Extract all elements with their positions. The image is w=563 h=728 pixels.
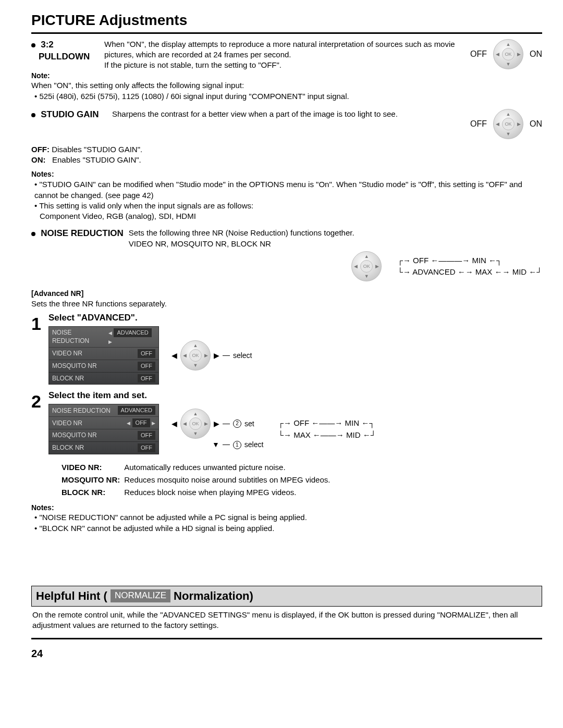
studio-on-desc: Enables "STUDIO GAIN". bbox=[52, 155, 141, 164]
pulldown-off-label: OFF bbox=[470, 48, 487, 60]
pulldown-note-1: When "ON", this setting only affects the… bbox=[31, 80, 542, 91]
step-1-number: 1 bbox=[31, 312, 41, 336]
hint-body: On the remote control unit, while the "A… bbox=[31, 607, 542, 640]
pulldown-note-2: 525i (480i), 625i (575i), 1125 (1080) / … bbox=[39, 92, 349, 101]
mosquito-nr-key: MOSQUITO NR: bbox=[62, 474, 123, 486]
page-number: 24 bbox=[31, 647, 542, 661]
hint-title-2: Normalization) bbox=[174, 588, 253, 604]
dpad-icon: ▲▼◀▶ OK bbox=[180, 409, 211, 439]
pulldown-heading-2: PULLDOWN bbox=[39, 52, 90, 61]
dpad-icon: ▲▼◀▶ OK bbox=[180, 340, 211, 371]
step-2-title: Select the item and set. bbox=[48, 390, 376, 402]
video-nr-desc: Automatically reduces unwanted picture n… bbox=[124, 462, 333, 473]
studio-off-desc: Disables "STUDIO GAIN". bbox=[52, 145, 142, 154]
studio-body: Sharpens the contrast for a better view … bbox=[112, 109, 465, 119]
hint-title-1: Helpful Hint ( bbox=[36, 588, 107, 604]
studio-note-2: This setting is valid only when the inpu… bbox=[39, 201, 253, 210]
studio-heading: STUDIO GAIN bbox=[41, 109, 99, 119]
step-num-2-icon: 2 bbox=[233, 419, 241, 428]
block-nr-key: BLOCK NR: bbox=[62, 487, 123, 498]
studio-on-key: ON: bbox=[31, 155, 46, 164]
pulldown-heading-1: 3:2 bbox=[41, 40, 54, 50]
step-1-title: Select "ADVANCED". bbox=[48, 312, 252, 324]
nr-flow-2: ┌→ OFF ←——→ MIN ←┐ └→ MAX ←——→ MID ←┘ bbox=[276, 418, 376, 440]
video-nr-key: VIDEO NR: bbox=[62, 462, 123, 473]
bullet-icon bbox=[31, 232, 35, 236]
pulldown-body-1: When "ON", the display attempts to repro… bbox=[104, 39, 465, 60]
bullet-icon bbox=[31, 113, 35, 117]
select-label: select bbox=[233, 351, 252, 361]
osd-menu: NOISE REDUCTIONADVANCED VIDEO NR◀ OFF ▶ … bbox=[48, 404, 159, 454]
nr-sub: VIDEO NR, MOSQUITO NR, BLOCK NR bbox=[129, 239, 542, 249]
nr-note-2: "BLOCK NR" cannot be adjusted while a HD… bbox=[39, 524, 274, 533]
page-title: PICTURE Adjustments bbox=[31, 10, 542, 34]
nr-note-1: "NOISE REDUCTION" cannot be adjusted whi… bbox=[39, 513, 307, 522]
dpad-icon: ▲▼◀▶ OK bbox=[493, 39, 523, 69]
block-nr-desc: Reduces block noise when playing MPEG vi… bbox=[124, 487, 333, 498]
studio-notes-heading: Notes: bbox=[31, 169, 542, 179]
nr-flow: ┌→ OFF ←———→ MIN ←┐ └→ ADVANCED ←→ MAX ←… bbox=[389, 255, 542, 278]
studio-on-label: ON bbox=[530, 118, 542, 130]
adv-heading: [Advanced NR] bbox=[31, 289, 542, 299]
nr-body: Sets the following three NR (Noise Reduc… bbox=[129, 228, 542, 238]
pulldown-body-2: If the picture is not stable, turn the s… bbox=[104, 60, 465, 70]
osd-menu: NOISE REDUCTION◀ ADVANCED ▶ VIDEO NROFF … bbox=[48, 326, 159, 385]
normalize-badge: NORMALIZE bbox=[111, 589, 170, 602]
step-num-1-icon: 1 bbox=[233, 441, 241, 449]
select-label-2: select bbox=[244, 440, 264, 450]
helpful-hint-box: Helpful Hint ( NORMALIZE Normalization) bbox=[31, 586, 542, 607]
adv-desc: Sets the three NR functions separately. bbox=[31, 299, 542, 309]
dpad-icon: ▲▼◀▶ OK bbox=[351, 251, 382, 281]
studio-note-1: "STUDIO GAIN" can be modified when "Stud… bbox=[34, 180, 522, 199]
studio-note-3: Component Video, RGB (analog), SDI, HDMI bbox=[40, 211, 542, 221]
pulldown-on-label: ON bbox=[530, 48, 542, 60]
dpad-icon: ▲▼◀▶ OK bbox=[493, 109, 523, 139]
studio-off-label: OFF bbox=[470, 118, 487, 130]
studio-off-key: OFF: bbox=[31, 145, 50, 154]
step-2-number: 2 bbox=[31, 390, 41, 414]
nr-heading: NOISE REDUCTION bbox=[41, 228, 124, 238]
set-label: set bbox=[244, 419, 254, 429]
bullet-icon bbox=[31, 43, 35, 47]
pulldown-note-heading: Note: bbox=[31, 71, 542, 81]
mosquito-nr-desc: Reduces mosquito noise around subtitles … bbox=[124, 474, 333, 486]
nr-notes-heading: Notes: bbox=[31, 503, 542, 513]
